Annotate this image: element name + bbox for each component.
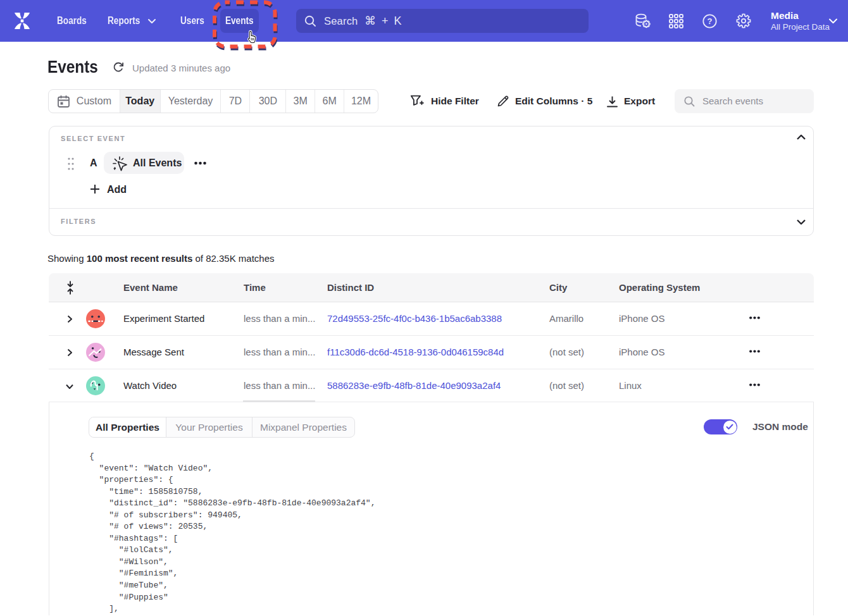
- svg-text:?: ?: [708, 16, 713, 26]
